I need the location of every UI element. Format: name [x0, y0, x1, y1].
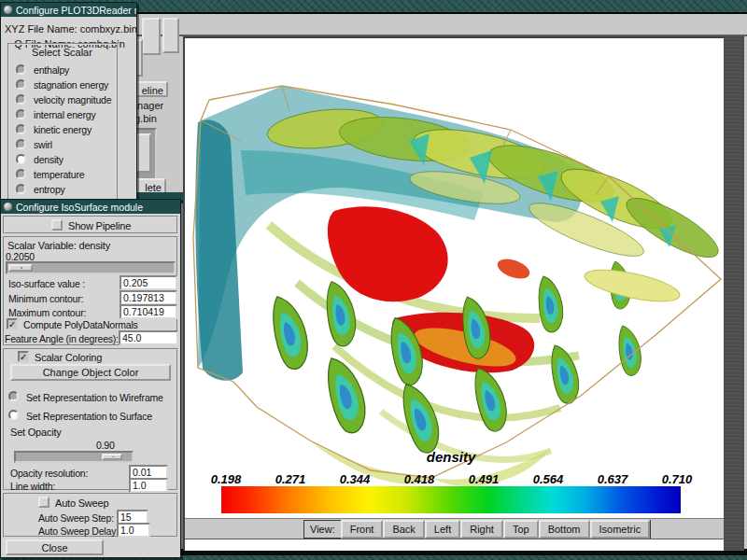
- yellow-lens: [582, 263, 682, 307]
- scalar-label: density: [34, 154, 63, 165]
- scalar-radio-internal-energy[interactable]: [16, 109, 26, 119]
- opacity-slider[interactable]: [14, 451, 134, 463]
- view-toolbar: View: Front Back Left Right Top Bottom I…: [185, 518, 724, 539]
- colorbar-tick: 0.344: [340, 472, 371, 486]
- scalar-label: swirl: [34, 139, 52, 150]
- colorbar-tick: 0.418: [404, 472, 435, 486]
- scalar-label: velocity magnitude: [34, 94, 111, 105]
- compute-polydatanormals-checkbox[interactable]: ✓: [7, 318, 18, 329]
- main-app-window: eline anager g.bin lete: [129, 12, 747, 555]
- feature-angle-input[interactable]: [119, 330, 178, 345]
- isosurface-window: Configure IsoSurface module Show Pipelin…: [0, 199, 181, 558]
- window-icon: [4, 203, 12, 211]
- scalar-variable-label: Scalar Variable: density: [7, 240, 110, 251]
- window-icon: [4, 6, 12, 14]
- compute-polydatanormals-label: Compute PolyDataNormals: [23, 319, 138, 330]
- red-core: [328, 206, 534, 374]
- xyz-file-label: XYZ File Name: combxyz.bin: [5, 23, 134, 35]
- auto-sweep-step-label: Auto Sweep Step:: [38, 512, 114, 524]
- show-pipeline-label: Show Pipeline: [68, 220, 131, 231]
- minimum-contour-label: Minimum contour:: [8, 293, 83, 304]
- view-isometric-button[interactable]: Isometric: [590, 520, 651, 539]
- auto-sweep-checkbox[interactable]: [38, 497, 49, 508]
- set-opacity-label: Set Opacity: [10, 427, 62, 438]
- iso-surface-value-label: Iso-surface value :: [8, 278, 85, 289]
- combustor-3d-render: [185, 38, 724, 518]
- scalar-label: entropy: [34, 184, 65, 195]
- scalar-radio-enthalpy[interactable]: [16, 64, 26, 75]
- select-scalar-frame: Select Scalar enthalpy stagnation energy…: [7, 43, 119, 207]
- plot3d-reader-window: Configure PLOT3DReader modul XYZ File Na…: [0, 2, 137, 208]
- plot3d-window-title: Configure PLOT3DReader modul: [16, 5, 136, 16]
- line-width-input[interactable]: [129, 478, 168, 493]
- opacity-resolution-label: Opacity resolution:: [10, 468, 88, 479]
- scalar-radio-entropy[interactable]: [16, 184, 26, 194]
- colorbar-gradient: [221, 486, 681, 513]
- representation-surface-radio[interactable]: [8, 410, 19, 420]
- iso-value-slider[interactable]: [6, 261, 176, 274]
- opacity-slider-thumb[interactable]: [102, 454, 122, 460]
- scalar-radio-temperature[interactable]: [16, 169, 26, 179]
- auto-sweep-label: Auto Sweep: [55, 497, 108, 509]
- opacity-slider-value: 0.90: [96, 440, 115, 451]
- colorbar-tick: 0.491: [469, 472, 500, 486]
- iso-surface-value-input[interactable]: [120, 275, 177, 290]
- isosurface-titlebar[interactable]: Configure IsoSurface module: [1, 200, 180, 214]
- auto-sweep-delay-input[interactable]: [117, 523, 150, 538]
- plot3d-titlebar[interactable]: Configure PLOT3DReader modul: [1, 3, 136, 17]
- toolbar-button-fragment[interactable]: [162, 18, 179, 53]
- scalar-radio-swirl[interactable]: [16, 139, 26, 149]
- view-top-button[interactable]: Top: [503, 520, 539, 539]
- close-button[interactable]: Close: [6, 539, 104, 555]
- colorbar-tick: 0.637: [598, 472, 628, 486]
- colorbar-title: density: [427, 449, 476, 465]
- scalar-label: internal energy: [34, 109, 95, 120]
- change-object-color-button[interactable]: Change Object Color: [10, 364, 171, 381]
- render-viewport[interactable]: density 0.198 0.271 0.344 0.418 0.491 0.…: [183, 36, 724, 551]
- colorbar-tick: 0.564: [533, 472, 564, 486]
- top-toolbar: [129, 14, 747, 36]
- scalar-radio-density[interactable]: [16, 154, 26, 164]
- scalar-radio-velocity-magnitude[interactable]: [16, 94, 26, 105]
- scalar-label: kinetic energy: [34, 124, 92, 135]
- minimum-contour-input[interactable]: [120, 290, 177, 305]
- view-back-button[interactable]: Back: [383, 520, 424, 539]
- scalar-label: enthalpy: [34, 64, 69, 76]
- colorbar-tick: 0.198: [211, 472, 242, 486]
- auto-sweep-delay-label: Auto Sweep Delay:: [38, 525, 119, 537]
- filename-label-fragment: g.bin: [134, 113, 157, 124]
- representation-wireframe-label: Set Representation to Wireframe: [26, 392, 163, 403]
- colorbar-tick: 0.271: [275, 472, 306, 486]
- maximum-contour-input[interactable]: [120, 304, 177, 319]
- scalar-coloring-checkbox[interactable]: ✓: [18, 351, 29, 362]
- view-label: View:: [304, 521, 341, 538]
- view-front-button[interactable]: Front: [341, 520, 384, 539]
- scalar-radio-stagnation-energy[interactable]: [16, 79, 26, 90]
- select-scalar-title: Select Scalar: [9, 47, 115, 58]
- view-bottom-button[interactable]: Bottom: [539, 520, 590, 539]
- representation-wireframe-radio[interactable]: [8, 391, 19, 401]
- scalar-label: temperature: [34, 169, 84, 180]
- colorbar-tick: 0.710: [662, 472, 693, 486]
- representation-surface-label: Set Representation to Surface: [26, 411, 152, 422]
- scalar-coloring-label: Scalar Coloring: [35, 352, 102, 363]
- desktop: eline anager g.bin lete: [0, 0, 747, 560]
- scalar-radio-kinetic-energy[interactable]: [16, 124, 26, 134]
- show-pipeline-checkbox[interactable]: [51, 219, 63, 231]
- toolbar-button-fragment[interactable]: [142, 18, 161, 55]
- feature-angle-label: Feature Angle (in degrees):: [5, 333, 119, 344]
- scalar-label: stagnation energy: [34, 79, 108, 91]
- isosurface-window-title: Configure IsoSurface module: [16, 202, 143, 213]
- iso-slider-thumb[interactable]: [8, 264, 33, 272]
- right-window-edge: [724, 36, 744, 551]
- view-left-button[interactable]: Left: [425, 520, 460, 539]
- line-width-label: Line width:: [10, 481, 55, 492]
- scrollbar-thumb[interactable]: [136, 133, 151, 173]
- maximum-contour-label: Maximum contour:: [8, 307, 86, 318]
- view-button-group: View: Front Back Left Right Top Bottom I…: [303, 520, 651, 539]
- view-right-button[interactable]: Right: [460, 520, 503, 539]
- show-pipeline-bar: Show Pipeline: [3, 216, 178, 234]
